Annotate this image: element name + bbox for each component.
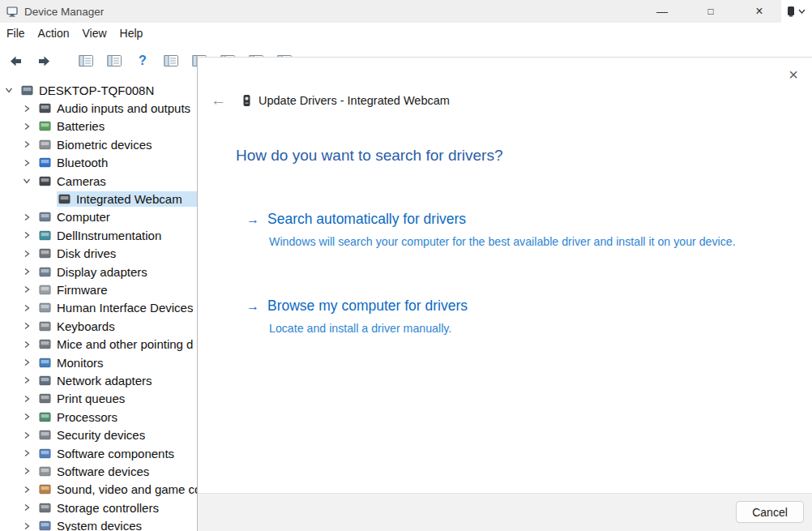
instrumentation-icon	[39, 230, 51, 241]
chevron-right-icon[interactable]	[23, 431, 31, 439]
arrow-right-icon: →	[246, 299, 259, 314]
tree-item-cameras[interactable]: Cameras	[0, 172, 197, 190]
chevron-right-icon[interactable]	[23, 486, 31, 494]
chevron-right-icon[interactable]	[23, 449, 31, 457]
chevron-right-icon[interactable]	[23, 376, 31, 384]
tree-item-label: Biometric devices	[57, 138, 152, 152]
tree-item-monitors[interactable]: Monitors	[0, 353, 197, 371]
chevron-down-icon[interactable]	[23, 177, 31, 185]
maximize-button[interactable]: □	[692, 0, 729, 23]
tree-item-system-devices[interactable]: System devices	[0, 516, 197, 531]
tree-item-label: Security devices	[57, 428, 145, 442]
menu-action[interactable]: Action	[32, 24, 76, 43]
disk-drive-icon	[39, 248, 51, 259]
menu-view[interactable]: View	[75, 24, 113, 43]
tree-item-label: Firmware	[57, 283, 108, 297]
tree-item-label: Batteries	[57, 119, 105, 133]
tree-item-human-interface-devices[interactable]: Human Interface Devices	[0, 299, 197, 317]
tree-item-computer[interactable]: Computer	[0, 208, 197, 226]
tree-item-batteries[interactable]: Batteries	[0, 118, 197, 135]
show-console-tree-button[interactable]	[75, 50, 96, 71]
chevron-right-icon[interactable]	[23, 285, 31, 293]
tree-item-dellinstrumentation[interactable]: DellInstrumentation	[0, 226, 197, 244]
chevron-right-icon[interactable]	[23, 122, 31, 131]
chevron-right-icon[interactable]	[23, 159, 31, 167]
tree-item-desktop-tqf008n[interactable]: DESKTOP-TQF008N	[0, 81, 197, 99]
chevron-right-icon[interactable]	[23, 140, 31, 148]
keyboard-icon	[39, 321, 51, 332]
tree-item-processors[interactable]: Processors	[0, 408, 197, 426]
tree-item-label: DESKTOP-TQF008N	[39, 84, 154, 97]
battery-icon	[39, 121, 51, 131]
option-label: Search automatically for drivers	[267, 211, 466, 228]
tree-item-display-adapters[interactable]: Display adapters	[0, 263, 197, 280]
chevron-right-icon[interactable]	[23, 522, 31, 530]
chevron-down-icon[interactable]	[5, 86, 13, 94]
chevron-right-icon[interactable]	[23, 250, 31, 258]
option-search-automatically-for-drivers[interactable]: →Search automatically for driversWindows…	[246, 211, 812, 251]
dialog-title: Update Drivers - Integrated Webcam	[259, 94, 450, 107]
tree-item-biometric-devices[interactable]: Biometric devices	[0, 135, 197, 153]
tree-item-mice-and-other-pointing-d[interactable]: Mice and other pointing d	[0, 335, 197, 353]
chevron-down-icon[interactable]	[797, 6, 806, 17]
minimize-button[interactable]: —	[643, 0, 681, 23]
camera-icon	[39, 176, 51, 186]
software-device-icon	[39, 466, 51, 477]
tree-item-integrated-webcam[interactable]: Integrated Webcam	[0, 190, 197, 208]
export-list-button[interactable]	[160, 50, 182, 71]
device-manager-icon	[6, 6, 18, 17]
chevron-right-icon[interactable]	[23, 304, 31, 312]
dialog-heading: How do you want to search for drivers?	[236, 147, 812, 165]
window-title: Device Manager	[24, 6, 104, 18]
tree-item-label: Human Interface Devices	[57, 301, 193, 315]
chevron-right-icon[interactable]	[23, 231, 31, 239]
tree-item-software-components[interactable]: Software components	[0, 444, 197, 462]
properties-button[interactable]	[104, 50, 125, 71]
tree-item-label: Integrated Webcam	[76, 192, 182, 206]
tree-item-security-devices[interactable]: Security devices	[0, 426, 197, 443]
menu-bar: FileActionViewHelp	[0, 23, 812, 44]
chevron-right-icon[interactable]	[23, 358, 31, 366]
chevron-right-icon[interactable]	[23, 467, 31, 475]
close-button[interactable]: ×	[741, 0, 778, 23]
chevron-right-icon[interactable]	[23, 322, 31, 330]
chevron-right-icon[interactable]	[23, 395, 31, 403]
tree-item-firmware[interactable]: Firmware	[0, 280, 197, 298]
menu-file[interactable]: File	[0, 24, 32, 43]
chevron-right-icon[interactable]	[23, 413, 31, 421]
tree-item-label: Audio inputs and outputs	[57, 101, 190, 115]
back-arrow-icon: ←	[211, 92, 226, 109]
dialog-close-button[interactable]: ×	[783, 64, 804, 85]
chevron-right-icon[interactable]	[23, 213, 31, 221]
tree-item-storage-controllers[interactable]: Storage controllers	[0, 499, 197, 516]
option-browse-my-computer-for-drivers[interactable]: →Browse my computer for driversLocate an…	[246, 298, 812, 337]
tree-item-keyboards[interactable]: Keyboards	[0, 317, 197, 335]
tree-item-label: Cameras	[57, 174, 106, 188]
back-button[interactable]	[5, 50, 26, 71]
tree-item-software-devices[interactable]: Software devices	[0, 462, 197, 480]
help-icon: ?	[139, 54, 147, 68]
chevron-right-icon[interactable]	[23, 105, 31, 113]
option-label: Browse my computer for drivers	[267, 298, 468, 315]
forward-button[interactable]	[33, 50, 54, 71]
tree-item-print-queues[interactable]: Print queues	[0, 390, 197, 408]
option-description: Locate and install a driver manually.	[269, 320, 737, 337]
chevron-right-icon[interactable]	[23, 268, 31, 276]
tree-item-bluetooth[interactable]: Bluetooth	[0, 154, 197, 172]
processor-icon	[39, 412, 51, 422]
chevron-right-icon[interactable]	[23, 503, 31, 512]
forward-arrow-icon	[37, 55, 51, 67]
tree-item-label: Disk drives	[57, 246, 116, 260]
tree-item-network-adapters[interactable]: Network adapters	[0, 371, 197, 389]
menu-help[interactable]: Help	[113, 24, 150, 43]
tree-item-sound-video-and-game-co[interactable]: Sound, video and game co	[0, 481, 197, 499]
dialog-back-button[interactable]: ←	[211, 92, 226, 109]
console-tree-icon	[79, 54, 94, 67]
cancel-button[interactable]: Cancel	[736, 501, 804, 523]
tree-item-audio-inputs-and-outputs[interactable]: Audio inputs and outputs	[0, 99, 197, 117]
help-button[interactable]: ?	[132, 50, 153, 71]
chevron-right-icon[interactable]	[23, 340, 31, 349]
tree-item-label: Computer	[57, 210, 110, 224]
maximize-icon: □	[707, 6, 713, 17]
tree-item-disk-drives[interactable]: Disk drives	[0, 245, 197, 263]
